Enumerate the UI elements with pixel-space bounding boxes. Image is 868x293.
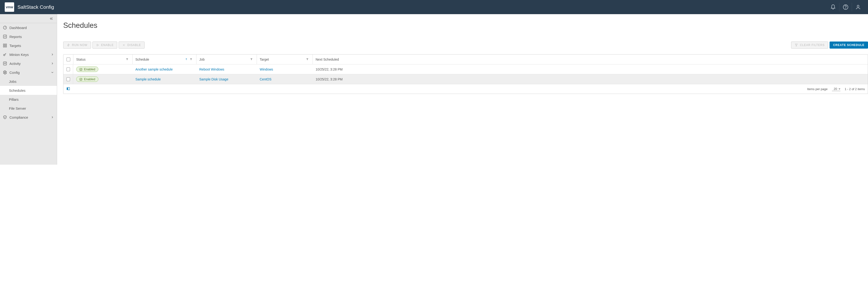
table-row[interactable]: Enabled Another sample schedule Reboot W…: [63, 64, 868, 74]
svg-rect-5: [3, 44, 4, 45]
sidebar-item-reports[interactable]: Reports: [0, 32, 57, 41]
column-header-status[interactable]: Status: [73, 55, 132, 64]
next-cell: 10/25/22, 3:28 PM: [312, 64, 868, 74]
table-header-row: Status Schedule Job Target Next S: [63, 55, 868, 64]
sidebar-item-label: Activity: [9, 62, 21, 66]
filter-icon[interactable]: [249, 58, 254, 61]
row-select-cell: [63, 64, 73, 74]
sidebar-sub-label: File Server: [9, 107, 26, 110]
notifications-icon[interactable]: [829, 3, 837, 11]
sidebar-item-minion-keys[interactable]: Minion Keys: [0, 50, 57, 59]
button-label: CLEAR FILTERS: [800, 43, 825, 47]
sidebar-sub-label: Pillars: [9, 97, 19, 101]
column-label: Next Scheduled: [316, 58, 865, 61]
shield-icon: [3, 115, 7, 119]
clear-filters-button[interactable]: CLEAR FILTERS: [791, 41, 828, 49]
sort-asc-icon[interactable]: [184, 58, 189, 61]
button-label: CREATE SCHEDULE: [833, 43, 865, 47]
next-scheduled-value: 10/25/22, 3:28 PM: [316, 67, 342, 71]
svg-rect-21: [80, 68, 82, 70]
sidebar-sub-schedules[interactable]: Schedules: [0, 86, 57, 95]
select-all-cell: [63, 55, 73, 64]
run-now-button[interactable]: RUN NOW: [63, 41, 91, 49]
svg-rect-6: [5, 44, 7, 45]
sidebar-item-activity[interactable]: Activity: [0, 59, 57, 68]
column-label: Schedule: [135, 58, 184, 61]
product-title: SaltStack Config: [18, 4, 54, 10]
schedule-link[interactable]: Sample schedule: [135, 77, 161, 81]
sidebar-nav: Dashboard Reports Targets Minion Keys Ac…: [0, 23, 57, 165]
svg-marker-19: [250, 58, 252, 60]
gear-icon: [3, 70, 7, 75]
sidebar-sub-file-server[interactable]: File Server: [0, 104, 57, 113]
play-icon: [96, 43, 99, 47]
column-header-job[interactable]: Job: [196, 55, 257, 64]
svg-rect-24: [68, 87, 69, 90]
filter-icon[interactable]: [189, 58, 193, 61]
target-cell: CentOS: [257, 74, 312, 84]
key-icon: [3, 52, 7, 57]
button-label: RUN NOW: [72, 43, 88, 47]
target-link[interactable]: CentOS: [260, 77, 272, 81]
sidebar-item-compliance[interactable]: Compliance: [0, 113, 57, 122]
schedule-cell: Sample schedule: [132, 74, 196, 84]
schedules-table: Status Schedule Job Target Next S: [63, 54, 868, 94]
status-cell: Enabled: [73, 64, 132, 74]
check-calendar-icon: [79, 68, 83, 71]
schedule-link[interactable]: Another sample schedule: [135, 67, 173, 71]
status-label: Enabled: [84, 77, 95, 81]
column-header-target[interactable]: Target: [257, 55, 312, 64]
items-per-page-label: Items per page: [807, 87, 828, 91]
filter-icon[interactable]: [125, 58, 129, 61]
table-body: Enabled Another sample schedule Reboot W…: [63, 64, 868, 84]
help-icon[interactable]: [841, 3, 850, 11]
table-row[interactable]: Enabled Sample schedule Sample Disk Usag…: [63, 74, 868, 84]
target-link[interactable]: Windows: [260, 67, 273, 71]
sidebar-collapse-button[interactable]: [0, 14, 57, 23]
user-icon[interactable]: [854, 3, 862, 11]
status-badge: Enabled: [76, 66, 98, 72]
svg-point-2: [857, 5, 859, 7]
disable-button[interactable]: DISABLE: [119, 41, 145, 49]
reports-icon: [3, 34, 7, 39]
job-link[interactable]: Sample Disk Usage: [199, 77, 228, 81]
sidebar-item-config[interactable]: Config: [0, 68, 57, 77]
check-calendar-icon: [79, 78, 83, 81]
create-schedule-button[interactable]: CREATE SCHEDULE: [830, 41, 868, 49]
row-select-cell: [63, 74, 73, 84]
column-header-schedule[interactable]: Schedule: [132, 55, 196, 64]
items-per-page-select[interactable]: 20: [832, 87, 840, 91]
sidebar-item-targets[interactable]: Targets: [0, 41, 57, 50]
sidebar-sub-pillars[interactable]: Pillars: [0, 95, 57, 104]
column-label: Job: [199, 58, 249, 61]
row-checkbox[interactable]: [66, 67, 70, 71]
status-label: Enabled: [84, 67, 95, 71]
sidebar-item-label: Dashboard: [9, 26, 27, 30]
svg-marker-16: [126, 58, 128, 60]
job-link[interactable]: Reboot Windows: [199, 67, 224, 71]
svg-point-11: [4, 72, 6, 73]
select-all-checkbox[interactable]: [66, 58, 70, 61]
svg-marker-20: [306, 58, 308, 60]
enable-button[interactable]: ENABLE: [92, 41, 117, 49]
column-label: Target: [260, 58, 305, 61]
pagination-range: 1 - 2 of 2 items: [845, 87, 865, 91]
svg-marker-12: [97, 44, 99, 46]
status-badge: Enabled: [76, 77, 98, 82]
sidebar-sub-label: Jobs: [9, 80, 17, 84]
sidebar-sub-jobs[interactable]: Jobs: [0, 77, 57, 86]
sidebar-item-label: Minion Keys: [9, 53, 29, 57]
filter-icon[interactable]: [305, 58, 310, 61]
job-cell: Reboot Windows: [196, 64, 257, 74]
app-body: Dashboard Reports Targets Minion Keys Ac…: [0, 14, 868, 165]
row-checkbox[interactable]: [66, 77, 70, 81]
svg-marker-18: [190, 58, 192, 60]
chevron-right-icon: [51, 62, 54, 65]
activity-icon: [3, 61, 7, 66]
items-per-page-value: 20: [834, 87, 837, 91]
column-header-next-scheduled[interactable]: Next Scheduled: [312, 55, 868, 64]
svg-rect-23: [67, 87, 68, 90]
columns-toggle-button[interactable]: [66, 87, 70, 91]
sidebar-item-dashboard[interactable]: Dashboard: [0, 23, 57, 32]
grid-icon: [3, 43, 7, 48]
